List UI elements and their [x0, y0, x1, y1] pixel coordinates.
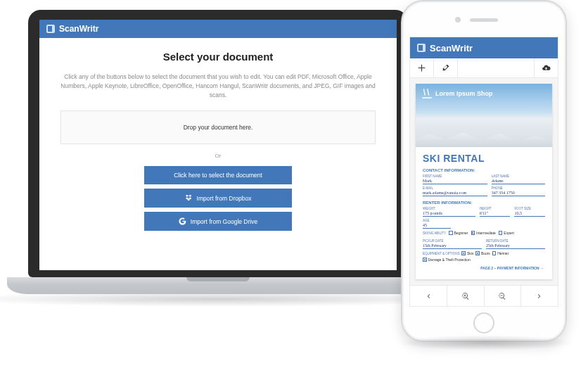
eraser-icon — [441, 63, 450, 72]
laptop-device: ScanWritr Select your document Click any… — [21, 10, 415, 346]
opt-protection-checkbox: ✕ — [423, 258, 427, 262]
doc-title: SKI RENTAL — [423, 153, 545, 164]
next-page-button[interactable] — [521, 286, 558, 306]
ability-opt-2: Expert — [504, 231, 513, 235]
chevron-right-icon — [535, 292, 544, 300]
zoom-out-icon — [498, 292, 506, 300]
laptop-body: Select your document Click any of the bu… — [39, 38, 397, 249]
shop-name: Lorem Ipsum Shop — [435, 90, 493, 97]
document-hero: Lorem Ipsum Shop — [416, 84, 552, 147]
select-document-button[interactable]: Click here to select the document — [144, 166, 292, 184]
height-value: 6'11" — [480, 210, 511, 217]
opt-0: Skis — [467, 251, 473, 255]
import-gdrive-label: Import from Google Drive — [191, 218, 257, 225]
phone-app-title: ScanWritr — [430, 43, 473, 53]
phone-screen: ScanWritr Lorem Ipsum Shop — [409, 37, 558, 307]
phone-app-header: ScanWritr — [410, 37, 558, 58]
opt-skis-checkbox: ✕ — [461, 251, 466, 255]
import-dropbox-label: Import from Dropbox — [197, 195, 252, 202]
shop-brand: Lorem Ipsum Shop — [421, 88, 493, 99]
prev-page-button[interactable] — [410, 286, 447, 306]
phone-device: ScanWritr Lorem Ipsum Shop — [401, 0, 567, 342]
cloud-upload-icon — [542, 63, 551, 72]
section-contact: CONTACT INFORMATION: — [423, 168, 545, 172]
phone-home-button[interactable] — [473, 312, 494, 334]
phone-camera — [455, 17, 461, 23]
add-icon — [417, 63, 426, 72]
age-value: 45 — [423, 222, 451, 229]
pickup-value: 15th February — [423, 243, 482, 249]
laptop-base — [7, 277, 429, 294]
phone-value: 347 354 1750 — [492, 190, 545, 196]
page-heading: Select your document — [60, 51, 376, 63]
return-value: 25th February — [486, 243, 545, 249]
select-document-label: Click here to select the document — [174, 172, 262, 179]
app-title: ScanWritr — [59, 24, 98, 34]
laptop-bezel: ScanWritr Select your document Click any… — [28, 10, 408, 277]
chevron-left-icon — [424, 292, 433, 300]
doc-page-footer: PAGE 2 – PAYMENT INFORMATION → — [423, 266, 545, 270]
ability-opt-0: Beginner — [454, 231, 468, 235]
add-button[interactable] — [410, 58, 434, 77]
phone-shadow — [395, 335, 575, 350]
opt-helmet-checkbox — [492, 251, 497, 255]
laptop-screen: ScanWritr Select your document Click any… — [39, 20, 397, 270]
options-label: Equipment & Options — [423, 252, 459, 255]
scanwritr-logo-icon — [417, 44, 426, 52]
eraser-button[interactable] — [434, 58, 458, 77]
zoom-out-button[interactable] — [485, 286, 522, 306]
last-name-value: Adams — [492, 178, 545, 184]
document-content: SKI RENTAL CONTACT INFORMATION: First Na… — [416, 147, 552, 279]
scanwritr-logo-icon — [46, 25, 55, 33]
import-gdrive-button[interactable]: Import from Google Drive — [144, 212, 292, 231]
opt-boots-checkbox: ✕ — [475, 251, 480, 255]
or-separator: Or — [60, 153, 376, 159]
google-icon — [179, 217, 186, 225]
section-renter: RENTER INFORMATION: — [423, 201, 545, 205]
dropzone[interactable]: Drop your document here. — [60, 110, 376, 144]
ability-intermediate-checkbox: ✕ — [471, 231, 475, 235]
phone-toolbar — [410, 58, 558, 78]
ability-beginner-checkbox — [449, 231, 453, 235]
email-value: mark.adams@vanaia.com — [423, 190, 487, 196]
document-viewport[interactable]: Lorem Ipsum Shop SKI RENTAL CONTACT INFO… — [410, 78, 558, 285]
import-dropbox-button[interactable]: Import from Dropbox — [144, 189, 292, 208]
ability-label: Skiing Ability — [423, 231, 446, 235]
weight-value: 175 pounds — [423, 210, 475, 217]
opt-3: Damage & Theft Protection — [428, 258, 471, 262]
ability-opt-1: Intermediate — [476, 231, 496, 235]
first-name-value: Mark — [423, 178, 487, 184]
app-header: ScanWritr — [39, 20, 397, 38]
dropbox-icon — [185, 194, 193, 202]
ability-expert-checkbox — [499, 231, 503, 235]
page-description: Click any of the buttons below to select… — [60, 72, 376, 99]
foot-value: 10,5 — [514, 210, 545, 217]
zoom-in-button[interactable] — [447, 286, 485, 306]
zoom-in-icon — [461, 292, 470, 300]
document-page: Lorem Ipsum Shop SKI RENTAL CONTACT INFO… — [416, 84, 552, 279]
opt-1: Boots — [481, 251, 490, 255]
opt-2: Helmet — [497, 251, 509, 255]
phone-bottom-nav — [410, 285, 558, 306]
skis-icon — [421, 88, 433, 99]
cloud-upload-button[interactable] — [534, 58, 558, 77]
dropzone-label: Drop your document here. — [184, 124, 253, 131]
phone-speaker — [470, 18, 498, 22]
